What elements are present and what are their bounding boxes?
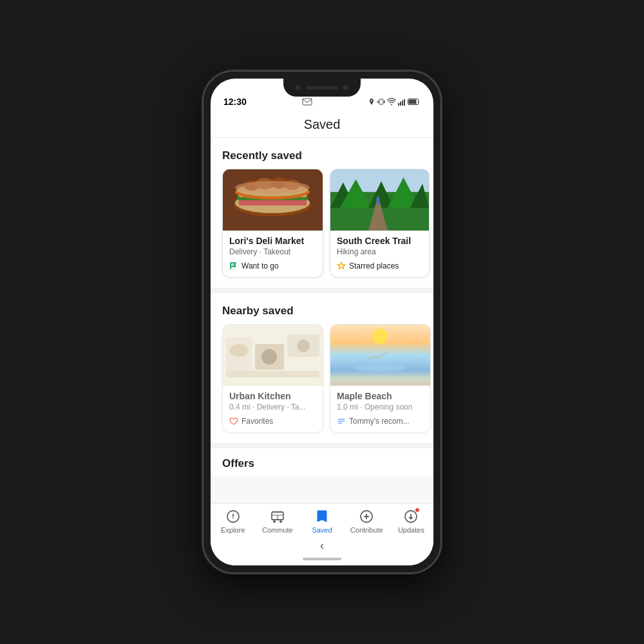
svg-rect-6 — [402, 100, 403, 106]
kitchen-svg — [223, 325, 323, 386]
section-divider-2 — [211, 443, 433, 448]
list-icon — [337, 417, 346, 426]
recently-saved-cards[interactable]: Lori's Deli Market Delivery · Takeout Wa… — [211, 169, 433, 288]
home-indicator-bar — [211, 555, 433, 565]
updates-icon — [403, 509, 419, 524]
loris-deli-tag-label: Want to go — [242, 261, 279, 270]
svg-point-40 — [297, 339, 310, 352]
urban-kitchen-image — [223, 325, 323, 386]
heart-icon — [229, 417, 238, 426]
loris-deli-name: Lori's Deli Market — [229, 236, 316, 246]
flag-icon — [229, 261, 238, 270]
nearby-saved-section: Nearby saved — [211, 293, 433, 443]
svg-point-44 — [354, 365, 406, 372]
svg-rect-41 — [226, 371, 319, 377]
app-header: Saved — [211, 109, 433, 138]
nav-saved-label: Saved — [312, 526, 332, 534]
home-indicator — [303, 558, 341, 560]
south-creek-info: South Creek Trail Hiking area Starred pl… — [330, 231, 429, 277]
star-icon — [337, 261, 346, 270]
bottom-nav: Explore Commute — [211, 503, 433, 536]
urban-kitchen-info: Urban Kitchen 0.4 mi · Delivery · Ta... … — [223, 386, 323, 432]
svg-rect-4 — [398, 103, 399, 106]
contribute-icon — [359, 509, 374, 524]
camera-dot-2 — [343, 85, 348, 90]
svg-point-22 — [235, 181, 310, 194]
offers-section: Offers — [211, 448, 433, 475]
nav-explore[interactable]: Explore — [211, 509, 255, 534]
south-creek-image — [330, 169, 429, 231]
svg-marker-49 — [232, 513, 234, 516]
maple-beach-tag[interactable]: Tommy's recom... — [337, 417, 424, 426]
wifi-icon — [387, 98, 396, 106]
maple-beach-name: Maple Beach — [337, 391, 424, 401]
svg-point-48 — [227, 511, 239, 522]
nav-contribute[interactable]: Contribute — [345, 509, 389, 534]
urban-kitchen-tag[interactable]: Favorites — [229, 417, 316, 426]
updates-badge-dot — [415, 507, 420, 513]
phone-device: 12:30 — [203, 71, 441, 573]
beach-svg — [330, 325, 430, 386]
offers-title: Offers — [222, 457, 422, 470]
maple-beach-image — [330, 325, 430, 386]
nav-commute[interactable]: Commute — [255, 509, 299, 534]
south-creek-name: South Creek Trail — [337, 236, 422, 246]
back-nav: ‹ — [211, 536, 433, 555]
svg-rect-33 — [377, 201, 379, 205]
svg-point-32 — [376, 197, 380, 201]
recently-saved-section: Recently saved — [211, 138, 433, 288]
battery-icon — [408, 98, 421, 106]
svg-point-55 — [279, 520, 282, 523]
loris-deli-info: Lori's Deli Market Delivery · Takeout Wa… — [223, 231, 323, 277]
svg-rect-1 — [379, 99, 383, 104]
south-creek-card[interactable]: South Creek Trail Hiking area Starred pl… — [330, 169, 430, 278]
maple-beach-card[interactable]: Maple Beach 1.0 mi · Opening soon Tommy'… — [330, 324, 431, 433]
status-time: 12:30 — [223, 97, 247, 107]
section-divider-1 — [211, 288, 433, 293]
location-icon — [368, 98, 375, 106]
urban-kitchen-name: Urban Kitchen — [229, 391, 316, 401]
saved-icon — [314, 509, 330, 524]
trail-svg — [330, 169, 429, 231]
camera-notch — [283, 79, 361, 97]
svg-rect-5 — [400, 102, 401, 106]
nearby-saved-cards[interactable]: Urban Kitchen 0.4 mi · Delivery · Ta... … — [211, 324, 433, 443]
svg-marker-50 — [232, 516, 234, 520]
nearby-saved-title: Nearby saved — [211, 293, 433, 324]
svg-point-36 — [229, 344, 249, 357]
signal-icon — [398, 98, 406, 106]
status-icons-right — [368, 98, 421, 106]
svg-point-54 — [273, 520, 276, 523]
svg-rect-9 — [409, 100, 417, 104]
commute-icon — [270, 509, 285, 524]
svg-point-43 — [372, 328, 388, 344]
south-creek-type: Hiking area — [337, 247, 422, 256]
nav-explore-label: Explore — [221, 526, 245, 534]
south-creek-tag-label: Starred places — [349, 261, 399, 270]
gmail-icon — [302, 98, 312, 106]
loris-deli-tag[interactable]: Want to go — [229, 261, 316, 270]
south-creek-tag[interactable]: Starred places — [337, 261, 422, 270]
back-button[interactable]: ‹ — [320, 539, 324, 553]
speaker — [306, 86, 338, 90]
app-content[interactable]: Recently saved — [211, 138, 433, 503]
explore-icon — [225, 509, 241, 524]
urban-kitchen-tag-label: Favorites — [242, 417, 273, 426]
svg-point-38 — [261, 349, 277, 365]
svg-rect-0 — [303, 99, 312, 105]
svg-rect-7 — [404, 99, 405, 106]
nav-saved[interactable]: Saved — [299, 509, 344, 534]
urban-kitchen-card[interactable]: Urban Kitchen 0.4 mi · Delivery · Ta... … — [222, 324, 323, 433]
phone-screen: 12:30 — [211, 79, 433, 565]
vibrate-icon — [377, 98, 385, 106]
recently-saved-title: Recently saved — [211, 138, 433, 169]
loris-deli-type: Delivery · Takeout — [229, 247, 316, 256]
loris-deli-card[interactable]: Lori's Deli Market Delivery · Takeout Wa… — [222, 169, 323, 278]
nav-commute-label: Commute — [262, 526, 293, 534]
status-icons-left — [302, 98, 312, 106]
urban-kitchen-type: 0.4 mi · Delivery · Ta... — [229, 402, 316, 412]
camera-dot — [296, 85, 301, 90]
nav-updates[interactable]: Updates — [389, 509, 433, 534]
nav-contribute-label: Contribute — [350, 526, 383, 534]
page-title: Saved — [211, 117, 433, 132]
